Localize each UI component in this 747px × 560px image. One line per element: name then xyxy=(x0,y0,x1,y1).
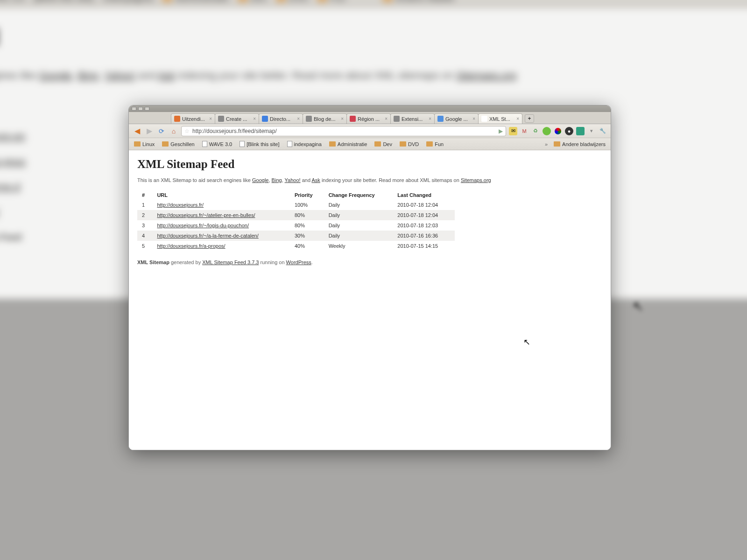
tab-label: Région ... xyxy=(358,116,383,122)
tab-close-icon[interactable]: × xyxy=(516,116,519,121)
bookmark-item[interactable]: Administratie xyxy=(328,140,369,148)
tab-favicon-icon xyxy=(218,116,224,122)
browser-tab[interactable]: Région ...× xyxy=(346,113,391,124)
cell-changed: 2010-07-18 12:03 xyxy=(393,220,455,231)
browser-tab[interactable]: Extensi...× xyxy=(390,113,435,124)
ext-icon[interactable] xyxy=(576,127,585,135)
sitemap-table: # URL Priority Change Frequency Last Cha… xyxy=(137,190,455,251)
bookmark-item[interactable]: WAVE 3.0 xyxy=(201,140,234,148)
tab-label: Extensi... xyxy=(402,116,427,122)
tab-close-icon[interactable]: × xyxy=(472,116,475,121)
cursor-icon: ↖ xyxy=(523,337,530,347)
bookmark-label: indexpagina xyxy=(294,141,322,147)
cell-freq: Weekly xyxy=(324,241,393,251)
col-changed: Last Changed xyxy=(393,190,455,200)
cell-url: http://douxsejours.fr/ xyxy=(152,200,290,210)
tab-favicon-icon xyxy=(394,116,400,122)
window-titlebar[interactable] xyxy=(129,105,611,112)
bookmarks-bar: LinuxGeschillenWAVE 3.0[Blink this site]… xyxy=(129,138,611,150)
window-button[interactable] xyxy=(138,107,143,111)
cell-changed: 2010-07-15 14:15 xyxy=(393,241,455,251)
address-bar[interactable]: ☆ http://douxsejours.fr/feed/sitemap/ ▶ xyxy=(181,126,506,136)
bookmark-star-icon[interactable]: ☆ xyxy=(184,128,190,134)
cell-num: 5 xyxy=(137,241,152,251)
browser-tab[interactable]: Uitzendi...× xyxy=(171,113,215,124)
go-button[interactable]: ▶ xyxy=(499,128,503,134)
bookmark-item[interactable]: Fun xyxy=(425,140,445,148)
table-row: 3http://douxsejours.fr/~/logis-du-poucho… xyxy=(137,220,455,231)
tab-favicon-icon xyxy=(174,116,180,122)
cell-priority: 30% xyxy=(290,231,324,241)
cell-priority: 80% xyxy=(290,210,324,220)
ext-icon[interactable]: ● xyxy=(565,127,573,135)
page-icon xyxy=(202,141,207,147)
tab-close-icon[interactable]: × xyxy=(209,116,212,121)
other-bookmarks[interactable]: Andere bladwijzers xyxy=(552,140,607,148)
tab-close-icon[interactable]: × xyxy=(253,116,256,121)
browser-tab[interactable]: Create ...× xyxy=(215,113,259,124)
tab-favicon-icon xyxy=(262,116,268,122)
page-menu-icon[interactable]: ▾ xyxy=(587,127,596,135)
tab-favicon-icon xyxy=(306,116,312,122)
cell-priority: 40% xyxy=(290,241,324,251)
url-link[interactable]: http://douxsejours.fr/~/logis-du-pouchon… xyxy=(157,223,249,228)
url-link[interactable]: http://douxsejours.fr/~/a-la-ferme-de-ca… xyxy=(157,233,258,238)
ext-icon[interactable]: ♻ xyxy=(531,127,540,135)
forward-button[interactable]: ▶ xyxy=(145,126,154,136)
ext-icon[interactable]: ✉ xyxy=(509,127,517,135)
browser-tab[interactable]: Blog de...× xyxy=(303,113,347,124)
table-row: 1http://douxsejours.fr/100%Daily2010-07-… xyxy=(137,200,455,210)
ext-icon[interactable] xyxy=(554,127,562,135)
table-header-row: # URL Priority Change Frequency Last Cha… xyxy=(137,190,455,200)
intro-text: This is an XML Sitemap to aid search eng… xyxy=(137,177,602,183)
url-link[interactable]: http://douxsejours.fr/ xyxy=(157,202,204,208)
wrench-icon[interactable]: 🔧 xyxy=(599,127,607,135)
bookmark-item[interactable]: [Blink this site] xyxy=(238,140,281,148)
tab-close-icon[interactable]: × xyxy=(429,116,431,121)
browser-tab[interactable]: Google ...× xyxy=(434,113,479,124)
page-icon xyxy=(240,141,245,147)
tab-close-icon[interactable]: × xyxy=(297,116,300,121)
browser-tab[interactable]: Directo...× xyxy=(259,113,303,124)
folder-icon xyxy=(162,141,169,147)
address-text[interactable]: http://douxsejours.fr/feed/sitemap/ xyxy=(192,128,496,134)
window-button[interactable] xyxy=(132,107,136,111)
bookmark-item[interactable]: Geschillen xyxy=(161,140,196,148)
sitemaps-org-link[interactable]: Sitemaps.org xyxy=(461,177,491,183)
back-button[interactable]: ◀ xyxy=(133,126,142,136)
tab-favicon-icon xyxy=(350,116,356,122)
bookmark-item[interactable]: Linux xyxy=(133,140,156,148)
table-row: 2http://douxsejours.fr/~/atelier-pre-en-… xyxy=(137,210,455,220)
reload-button[interactable]: ⟳ xyxy=(157,126,166,136)
ext-icon[interactable] xyxy=(543,127,551,135)
tab-close-icon[interactable]: × xyxy=(385,116,388,121)
google-link[interactable]: Google xyxy=(252,177,268,183)
wordpress-link[interactable]: WordPress xyxy=(286,259,311,265)
cell-freq: Daily xyxy=(324,220,393,231)
new-tab-button[interactable]: + xyxy=(525,114,534,123)
folder-icon xyxy=(134,141,141,147)
home-button[interactable]: ⌂ xyxy=(169,126,178,136)
bookmark-item[interactable]: DVD xyxy=(398,140,420,148)
tab-favicon-icon xyxy=(481,116,487,122)
url-link[interactable]: http://douxsejours.fr/~/atelier-pre-en-b… xyxy=(157,212,255,218)
bookmark-label: DVD xyxy=(408,141,419,147)
browser-tab[interactable]: XML St...× xyxy=(478,113,522,124)
window-button[interactable] xyxy=(145,107,149,111)
cell-priority: 80% xyxy=(290,220,324,231)
plugin-link[interactable]: XML Sitemap Feed 3.7.3 xyxy=(202,259,259,265)
bookmark-item[interactable]: Dev xyxy=(373,140,394,148)
ask-link[interactable]: Ask xyxy=(311,177,320,183)
bing-link[interactable]: Bing xyxy=(272,177,282,183)
yahoo-link[interactable]: Yahoo! xyxy=(285,177,301,183)
table-row: 5http://douxsejours.fr/a-propos/40%Weekl… xyxy=(137,241,455,251)
cell-url: http://douxsejours.fr/~/logis-du-pouchon… xyxy=(152,220,290,231)
tab-close-icon[interactable]: × xyxy=(341,116,344,121)
ext-icon[interactable]: M xyxy=(520,127,529,135)
cell-url: http://douxsejours.fr/~/atelier-pre-en-b… xyxy=(152,210,290,220)
overflow-chevron-icon[interactable]: » xyxy=(545,141,548,147)
col-priority: Priority xyxy=(290,190,324,200)
bookmark-item[interactable]: indexpagina xyxy=(286,140,323,148)
url-link[interactable]: http://douxsejours.fr/a-propos/ xyxy=(157,243,225,249)
col-num: # xyxy=(137,190,152,200)
